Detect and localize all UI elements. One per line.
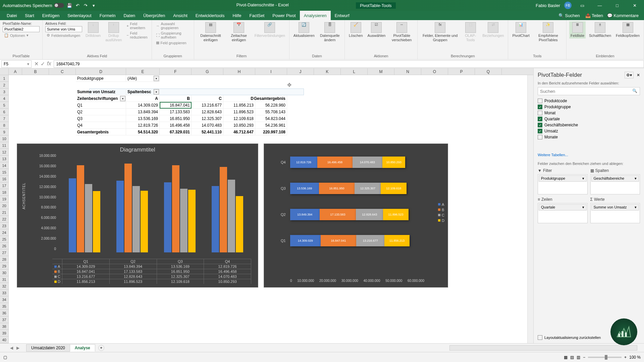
active-field-input[interactable] bbox=[45, 26, 82, 32]
filter-connections-button[interactable]: 🔗Filterverbindungen bbox=[253, 21, 286, 39]
col-header[interactable]: G bbox=[192, 68, 223, 75]
row-header[interactable]: 24 bbox=[0, 229, 9, 236]
cell[interactable]: A bbox=[126, 95, 160, 102]
cell[interactable]: Summe von Umsatz bbox=[76, 88, 126, 95]
vertical-scrollbar[interactable] bbox=[527, 75, 533, 343]
cell[interactable]: 220.997.108 bbox=[255, 129, 287, 135]
values-item[interactable]: Summe von Umsatz▾ bbox=[591, 204, 639, 210]
drilldown-button[interactable]: ↓Drilldown bbox=[84, 21, 102, 39]
cell[interactable]: 12.325.307 bbox=[192, 115, 223, 122]
cell[interactable]: 17.133.583 bbox=[160, 109, 192, 115]
col-header[interactable]: E bbox=[126, 68, 160, 75]
reduce-field-button[interactable]: − Feld reduzieren bbox=[125, 31, 149, 40]
group-selection-button[interactable]: → Auswahl gruppieren bbox=[155, 21, 191, 30]
row-header[interactable]: 19 bbox=[0, 196, 9, 202]
row-header[interactable]: 6 bbox=[0, 109, 9, 115]
zoom-level[interactable]: 100 % bbox=[629, 355, 641, 360]
field-checkbox-produktgruppe[interactable]: ✓Produktgruppe bbox=[538, 104, 640, 110]
buttons-toggle-button[interactable]: ±Schaltflächen bbox=[588, 21, 612, 39]
bar-segment[interactable]: 13.849.394 bbox=[290, 209, 320, 220]
columns-item[interactable]: Geschäftsbereiche▾ bbox=[591, 175, 639, 182]
filter-drop-area[interactable]: Produktgruppe▾ bbox=[538, 174, 588, 194]
cell[interactable]: Gesamtergebnis bbox=[255, 95, 287, 102]
formula-input[interactable]: 16847040,79 bbox=[54, 60, 644, 68]
row-header[interactable]: 32 bbox=[0, 283, 9, 290]
zoom-slider[interactable] bbox=[588, 357, 622, 358]
cell[interactable]: 10.850.293 bbox=[223, 122, 255, 129]
filter-dropdown-icon[interactable]: ▾ bbox=[154, 76, 159, 81]
qat-dropdown-icon[interactable]: ▾ bbox=[91, 3, 96, 8]
autosave-toggle[interactable]: Automatisches Speichern bbox=[3, 3, 64, 8]
bar[interactable] bbox=[69, 178, 76, 252]
field-headers-button[interactable]: ▦Feldkopfzeilen bbox=[614, 21, 641, 39]
bar[interactable] bbox=[212, 186, 219, 252]
column-chart[interactable]: Diagrammtitel ACHSENTITEL 02.000.0004.00… bbox=[17, 143, 258, 288]
redo-icon[interactable]: ↷ bbox=[83, 3, 88, 8]
filter-item[interactable]: Produktgruppe▾ bbox=[539, 175, 587, 182]
values-drop-area[interactable]: Summe von Umsatz▾ bbox=[590, 203, 640, 223]
col-header[interactable]: L bbox=[341, 68, 368, 75]
bar[interactable] bbox=[172, 165, 179, 252]
field-checkbox-geschäftsbereiche[interactable]: ✓Geschäftsbereiche bbox=[538, 122, 640, 128]
bar-segment[interactable]: 12.828.643 bbox=[356, 209, 383, 220]
row-header[interactable]: 33 bbox=[0, 290, 9, 296]
tab-datei[interactable]: Datei bbox=[3, 11, 21, 20]
zoom-in-icon[interactable]: + bbox=[624, 355, 627, 360]
row-header[interactable]: 1 bbox=[0, 75, 9, 82]
cell[interactable]: 12.819.726 bbox=[126, 122, 160, 129]
row-header[interactable]: 7 bbox=[0, 115, 9, 122]
cell[interactable]: 55.708.143 bbox=[255, 109, 287, 115]
bar-segment[interactable]: 13.536.169 bbox=[290, 183, 319, 194]
row-header[interactable]: 29 bbox=[0, 263, 9, 269]
row-header[interactable]: 40 bbox=[0, 337, 9, 343]
cell[interactable]: 52.441.110 bbox=[192, 129, 223, 135]
col-header[interactable]: N bbox=[394, 68, 421, 75]
bar-segment[interactable]: 14.309.029 bbox=[290, 235, 321, 246]
row-header[interactable]: 38 bbox=[0, 323, 9, 330]
row-header[interactable]: 28 bbox=[0, 256, 9, 263]
tab-analysieren[interactable]: Analysieren bbox=[300, 11, 331, 20]
cell[interactable]: Q1 bbox=[76, 102, 126, 109]
user-avatar[interactable]: FB bbox=[564, 2, 572, 9]
pt-name-input[interactable] bbox=[3, 26, 40, 32]
sheet-tab[interactable]: Analyse bbox=[70, 344, 95, 352]
row-header[interactable]: 34 bbox=[0, 296, 9, 303]
cell[interactable]: 13.849.394 bbox=[126, 109, 160, 115]
row-header[interactable]: 23 bbox=[0, 223, 9, 229]
col-header[interactable]: F bbox=[160, 68, 192, 75]
col-header[interactable]: H bbox=[223, 68, 255, 75]
row-header[interactable]: 9 bbox=[0, 129, 9, 135]
col-header[interactable]: A bbox=[9, 68, 22, 75]
bar-segment[interactable]: 13.216.677 bbox=[356, 235, 384, 246]
row-header[interactable]: 22 bbox=[0, 216, 9, 223]
minimize-icon[interactable]: — bbox=[593, 0, 606, 11]
col-header[interactable]: B bbox=[22, 68, 49, 75]
bar[interactable] bbox=[77, 165, 84, 252]
tab-ansicht[interactable]: Ansicht bbox=[169, 11, 192, 20]
name-box[interactable]: F5 ▾ bbox=[1, 60, 32, 68]
panel-close-icon[interactable]: ✕ bbox=[637, 73, 640, 77]
select-button[interactable]: ☑Auswählen bbox=[366, 21, 387, 39]
col-header[interactable]: Q bbox=[475, 68, 502, 75]
ribbon-display-icon[interactable]: ▭ bbox=[576, 0, 589, 11]
col-header[interactable]: O bbox=[421, 68, 448, 75]
bar-segment[interactable]: 11.896.523 bbox=[383, 209, 408, 220]
row-header[interactable]: 31 bbox=[0, 276, 9, 283]
col-header[interactable]: P bbox=[448, 68, 475, 75]
cell[interactable]: Q2 bbox=[76, 109, 126, 115]
row-header[interactable]: 27 bbox=[0, 249, 9, 256]
bar-segment[interactable]: 12.325.307 bbox=[355, 183, 381, 194]
col-header[interactable]: I bbox=[255, 68, 287, 75]
field-checkbox-produktcode[interactable]: Produktcode bbox=[538, 98, 640, 104]
bar-segment[interactable]: 12.819.726 bbox=[290, 157, 317, 168]
bar-segment[interactable]: 10.850.293 bbox=[382, 157, 406, 168]
cell[interactable]: D bbox=[223, 95, 255, 102]
refresh-button[interactable]: 🔄Aktualisieren bbox=[292, 21, 316, 39]
maximize-icon[interactable]: □ bbox=[610, 0, 624, 11]
bar[interactable] bbox=[124, 164, 132, 252]
search-button[interactable]: 🔍 Suchen bbox=[558, 13, 580, 18]
tab-hilfe[interactable]: Hilfe bbox=[229, 11, 246, 20]
tab-start[interactable]: Start bbox=[21, 11, 38, 20]
cell[interactable]: 46.712.647 bbox=[223, 129, 255, 135]
columns-drop-area[interactable]: Geschäftsbereiche▾ bbox=[590, 174, 640, 194]
